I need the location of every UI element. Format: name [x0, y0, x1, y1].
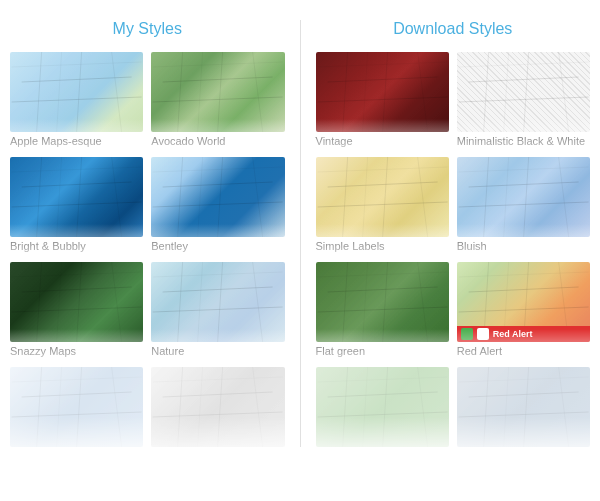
svg-line-26 [153, 167, 283, 172]
map-label-vintage: Vintage [316, 135, 449, 149]
map-card-bright[interactable]: Bright & Bubbly [10, 157, 143, 254]
svg-line-85 [317, 307, 447, 312]
map-card-nature[interactable]: Nature [151, 262, 284, 359]
map-card-simple[interactable]: Simple Labels [316, 157, 449, 254]
svg-line-92 [458, 307, 588, 312]
svg-line-40 [153, 272, 283, 277]
map-label-bentley: Bentley [151, 240, 284, 254]
svg-line-90 [362, 262, 367, 342]
map-thumb-nature [151, 262, 284, 342]
map-card-partial2[interactable] [151, 367, 284, 447]
svg-line-15 [12, 202, 142, 207]
map-thumb-avocado [151, 52, 284, 132]
map-card-dlpartial2[interactable] [457, 367, 590, 447]
svg-line-11 [253, 52, 263, 132]
my-styles-grid: Apple Maps-esque Avocado World Bright & … [10, 52, 285, 447]
svg-line-50 [153, 412, 283, 417]
svg-line-29 [12, 307, 142, 312]
map-label-avocado: Avocado World [151, 135, 284, 149]
svg-line-27 [198, 157, 203, 237]
svg-line-18 [112, 157, 122, 237]
map-card-flatgreen[interactable]: Flat green [316, 262, 449, 359]
svg-line-4 [112, 52, 122, 132]
map-label-apple: Apple Maps-esque [10, 135, 143, 149]
red-alert-label: Red Alert [493, 329, 533, 339]
map-thumb-dlpartial1 [316, 367, 449, 447]
map-card-dlpartial1[interactable] [316, 367, 449, 447]
map-thumb-redalert: Red Alert [457, 262, 590, 342]
svg-line-62 [362, 52, 367, 132]
svg-line-79 [483, 157, 488, 237]
svg-line-71 [317, 202, 447, 207]
svg-line-12 [153, 62, 283, 67]
svg-line-3 [77, 52, 82, 132]
svg-line-109 [558, 367, 568, 447]
svg-line-20 [57, 157, 62, 237]
svg-line-10 [218, 52, 223, 132]
svg-line-8 [153, 97, 283, 102]
svg-line-63 [468, 77, 578, 82]
svg-line-36 [153, 307, 283, 312]
map-card-bw[interactable]: Minimalistic Black & White [457, 52, 590, 149]
svg-line-55 [198, 367, 203, 447]
svg-line-96 [458, 272, 588, 277]
map-card-vintage[interactable]: Vintage [316, 52, 449, 149]
map-thumb-bright [10, 157, 143, 237]
svg-line-34 [57, 262, 62, 342]
svg-line-47 [12, 377, 142, 382]
svg-line-33 [12, 272, 142, 277]
svg-line-104 [362, 367, 367, 447]
svg-line-58 [342, 52, 347, 132]
main-container: My Styles Apple Maps-esque Avocado World [0, 0, 600, 457]
svg-line-9 [178, 52, 183, 132]
svg-line-89 [317, 272, 447, 277]
map-label-redalert: Red Alert [457, 345, 590, 359]
map-thumb-partial2 [151, 367, 284, 447]
svg-line-25 [253, 157, 263, 237]
map-thumb-snazzy [10, 262, 143, 342]
svg-line-2 [37, 52, 42, 132]
map-card-partial1[interactable] [10, 367, 143, 447]
map-label-bw: Minimalistic Black & White [457, 135, 590, 149]
svg-line-38 [218, 262, 223, 342]
svg-line-108 [523, 367, 528, 447]
svg-line-5 [12, 62, 142, 67]
map-thumb-apple [10, 52, 143, 132]
map-card-bluish[interactable]: Bluish [457, 157, 590, 254]
svg-line-102 [417, 367, 427, 447]
my-styles-title: My Styles [10, 20, 285, 38]
map-thumb-bluish [457, 157, 590, 237]
svg-line-48 [57, 367, 62, 447]
svg-line-46 [112, 367, 122, 447]
map-thumb-dlpartial2 [457, 367, 590, 447]
download-styles-title: Download Styles [316, 20, 591, 38]
svg-line-32 [112, 262, 122, 342]
svg-line-64 [458, 97, 588, 102]
svg-line-60 [417, 52, 427, 132]
svg-line-88 [417, 262, 427, 342]
map-card-redalert[interactable]: Red AlertRed Alert [457, 262, 590, 359]
my-styles-section: My Styles Apple Maps-esque Avocado World [10, 20, 285, 447]
svg-line-106 [458, 412, 588, 417]
map-thumb-flatgreen [316, 262, 449, 342]
svg-line-61 [317, 62, 447, 67]
svg-line-107 [483, 367, 488, 447]
map-thumb-simple [316, 157, 449, 237]
svg-line-80 [523, 157, 528, 237]
red-alert-banner: Red Alert [457, 326, 590, 342]
svg-line-110 [458, 377, 588, 382]
svg-line-17 [77, 157, 82, 237]
svg-line-1 [12, 97, 142, 102]
map-thumb-partial1 [10, 367, 143, 447]
map-card-avocado[interactable]: Avocado World [151, 52, 284, 149]
svg-line-41 [198, 262, 203, 342]
svg-line-111 [503, 367, 508, 447]
map-card-apple[interactable]: Apple Maps-esque [10, 52, 143, 149]
map-card-snazzy[interactable]: Snazzy Maps [10, 262, 143, 359]
svg-line-51 [178, 367, 183, 447]
svg-line-53 [253, 367, 263, 447]
svg-line-23 [178, 157, 183, 237]
map-card-bentley[interactable]: Bentley [151, 157, 284, 254]
svg-line-57 [317, 97, 447, 102]
svg-line-67 [558, 52, 568, 132]
